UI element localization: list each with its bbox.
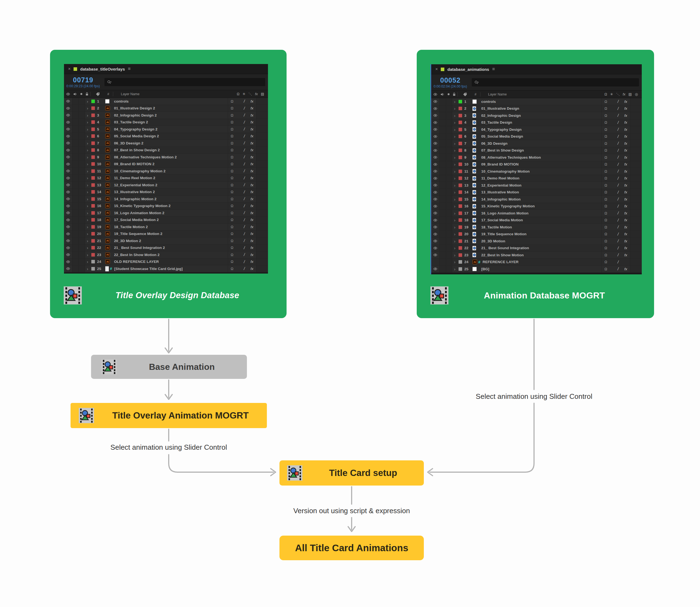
eye-toggle-icon[interactable] (64, 237, 72, 244)
expand-chevron-icon[interactable]: › (85, 258, 90, 265)
layer-name[interactable]: 04_Typography Design (479, 127, 601, 131)
fx-icon[interactable]: fx (621, 203, 630, 210)
lock-cell[interactable] (79, 203, 85, 210)
label-column-icon[interactable] (91, 92, 104, 96)
eye-toggle-icon[interactable] (64, 161, 72, 168)
label-swatch[interactable] (90, 217, 96, 224)
lock-cell[interactable] (446, 140, 452, 147)
layer-name[interactable]: 07_Best in Show Design (479, 148, 601, 152)
label-swatch[interactable] (457, 119, 463, 126)
label-swatch[interactable] (457, 105, 463, 112)
layer-name[interactable]: 16_Logo Animation Motion 2 (112, 211, 228, 215)
shy-icon[interactable]: Ω (601, 161, 610, 168)
expand-chevron-icon[interactable]: › (452, 266, 457, 272)
audio-cell[interactable] (72, 237, 79, 244)
blend-cell[interactable] (610, 133, 615, 140)
label-swatch[interactable] (90, 119, 96, 126)
lock-cell[interactable] (446, 154, 452, 161)
motionblur-column-icon[interactable]: ⋱ (249, 92, 252, 96)
label-swatch[interactable] (457, 245, 463, 252)
frame-column-icon[interactable]: ▤ (628, 92, 632, 96)
eye-toggle-icon[interactable] (431, 154, 440, 161)
quality-icon[interactable]: / (615, 224, 621, 231)
expand-chevron-icon[interactable]: › (452, 119, 457, 126)
quality-icon[interactable]: / (615, 154, 621, 161)
quality-icon[interactable]: / (615, 119, 621, 126)
panel-menu-icon[interactable]: ≡ (128, 66, 131, 72)
fx-icon[interactable]: fx (621, 105, 630, 112)
eye-toggle-icon[interactable] (431, 161, 440, 168)
audio-cell[interactable] (72, 265, 79, 272)
layer-row[interactable]: ›21Ai20_3D Motion 2Ω/fx (64, 237, 268, 245)
layer-name[interactable]: 18_Tactile Motion (479, 225, 601, 229)
eye-toggle-icon[interactable] (431, 196, 440, 203)
eye-toggle-icon[interactable] (431, 133, 440, 140)
fx-icon[interactable]: fx (621, 182, 630, 189)
eye-toggle-icon[interactable] (64, 126, 72, 133)
layer-name[interactable]: 22_Best In Show Motion (479, 253, 601, 257)
panel-menu-icon[interactable]: ≡ (492, 66, 495, 72)
label-swatch[interactable] (90, 175, 96, 182)
layer-name[interactable]: OLD REFERENCE LAYER (112, 259, 228, 264)
expand-chevron-icon[interactable]: › (452, 175, 457, 182)
blend-cell[interactable] (236, 245, 241, 251)
eye-toggle-icon[interactable] (431, 238, 440, 245)
layer-row[interactable]: ›18Ai17_Social Media Motion 2Ω/fx (64, 217, 268, 224)
expand-chevron-icon[interactable]: › (452, 112, 457, 119)
fx-icon[interactable]: fx (621, 238, 630, 245)
label-swatch[interactable] (90, 98, 96, 105)
layer-name[interactable]: REFERENCE LAYER (481, 260, 601, 264)
shy-icon[interactable]: Ω (228, 112, 236, 119)
shy-icon[interactable]: Ω (601, 98, 610, 105)
expand-chevron-icon[interactable]: › (452, 105, 457, 112)
layer-row[interactable]: ›2019_Title Sequence MotionΩ/fx (431, 231, 642, 238)
layer-row[interactable]: ›8Ai07_Best in Show Design 2Ω/fx (64, 147, 268, 154)
layer-name[interactable]: 21_ Best Sound Integration (479, 246, 601, 250)
fx-icon[interactable]: fx (248, 189, 256, 195)
fx-icon[interactable]: fx (621, 161, 630, 168)
layer-row[interactable]: ›706_3D DeesignΩ/fx (431, 140, 642, 147)
label-swatch[interactable] (90, 195, 96, 203)
label-column-icon[interactable] (458, 92, 471, 96)
lock-cell[interactable] (79, 133, 85, 140)
timecode-frames[interactable]: 00719 (73, 76, 93, 84)
layer-row[interactable]: ›22Ai21_ Best Sound Integration 2Ω/fx (64, 245, 268, 252)
label-swatch[interactable] (90, 203, 96, 210)
audio-cell[interactable] (440, 140, 446, 147)
shy-icon[interactable]: Ω (228, 258, 236, 265)
eye-toggle-icon[interactable] (64, 133, 72, 140)
audio-cell[interactable] (72, 251, 79, 258)
lock-cell[interactable] (79, 258, 85, 265)
layer-name[interactable]: 02_Infographic Design 2 (112, 113, 228, 117)
lock-cell[interactable] (79, 245, 85, 251)
label-swatch[interactable] (90, 224, 96, 230)
layer-name[interactable]: 15_Kinetic Typography Motion (479, 204, 601, 208)
label-swatch[interactable] (457, 238, 463, 245)
layer-row[interactable]: ›302_Infographic DesignΩ/fx (431, 112, 642, 119)
label-swatch[interactable] (457, 147, 463, 154)
label-swatch[interactable] (457, 217, 463, 224)
blend-cell[interactable] (236, 231, 241, 237)
label-swatch[interactable] (457, 252, 463, 258)
audio-cell[interactable] (440, 266, 446, 272)
eye-toggle-icon[interactable] (64, 224, 72, 230)
search-input[interactable] (104, 78, 265, 86)
audio-cell[interactable] (72, 105, 79, 112)
lock-cell[interactable] (446, 112, 452, 119)
fx-icon[interactable]: fx (248, 237, 256, 244)
eye-toggle-icon[interactable] (64, 154, 72, 161)
layer-row[interactable]: ›2322_Best In Show MotionΩ/fx (431, 252, 642, 259)
quality-icon[interactable]: / (241, 258, 248, 265)
eye-toggle-icon[interactable] (431, 105, 440, 112)
audio-cell[interactable] (72, 140, 79, 147)
eye-toggle-icon[interactable] (64, 265, 72, 272)
audio-cell[interactable] (440, 161, 446, 168)
layer-row[interactable]: ›25#[Student Showcase Title Card Grid.jp… (64, 265, 268, 272)
label-swatch[interactable] (90, 258, 96, 265)
label-swatch[interactable] (457, 161, 463, 168)
layer-name[interactable]: 01_Illustrative Design 2 (112, 106, 228, 110)
blend-cell[interactable] (610, 98, 615, 105)
label-swatch[interactable] (90, 251, 96, 258)
lock-cell[interactable] (446, 98, 452, 105)
eye-toggle-icon[interactable] (64, 112, 72, 119)
